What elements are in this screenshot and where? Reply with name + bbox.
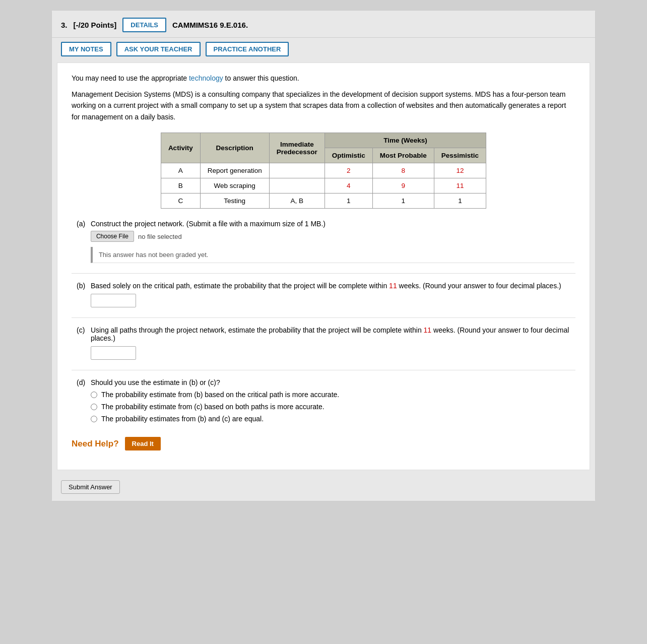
radio-option-2[interactable]: The probability estimate from (c) based … [91,403,574,411]
activity-col-header: Activity [161,133,200,163]
activity-a: A [161,163,200,178]
ask-teacher-button[interactable]: ASK YOUR TEACHER [116,42,201,56]
part-b-weeks: 11 [389,282,397,290]
pessimistic-col-header: Pessimistic [434,148,486,163]
part-d-letter: (d) [77,378,89,387]
part-a-letter: (a) [77,220,89,228]
question-code: CAMMIMS16 9.E.016. [172,21,248,29]
question-number: 3. [61,21,68,29]
most-probable-b: 9 [372,178,434,194]
time-weeks-header: Time (Weeks) [325,133,486,148]
part-d-section: (d) Should you use the estimate in (b) o… [72,378,575,427]
table-row: C Testing A, B 1 1 1 [161,194,486,209]
part-a-section: (a) Construct the project network. (Subm… [72,220,575,263]
radio-label-3: The probability estimates from (b) and (… [101,415,264,423]
pessimistic-c: 1 [434,194,486,209]
optimistic-c: 1 [325,194,372,209]
description-col-header: Description [200,133,269,163]
optimistic-b: 4 [325,178,372,194]
radio-input-2[interactable] [91,404,97,410]
radio-label-1: The probability estimate from (b) based … [101,391,339,399]
pessimistic-b: 11 [434,178,486,194]
need-help-row: Need Help? Read It [72,437,575,450]
practice-another-button[interactable]: PRACTICE ANOTHER [206,42,289,56]
part-c-input[interactable] [91,346,136,360]
part-b-letter: (b) [77,282,89,290]
table-row: B Web scraping 4 9 11 [161,178,486,194]
grading-note: This answer has not been graded yet. [91,247,574,263]
predecessor-a [269,163,325,178]
my-notes-button[interactable]: MY NOTES [61,42,111,56]
pessimistic-a: 12 [434,163,486,178]
most-probable-a: 8 [372,163,434,178]
activity-table: Activity Description ImmediatePredecesso… [161,133,486,209]
part-c-weeks: 11 [424,326,432,334]
part-b-input[interactable] [91,294,136,307]
part-d-radio-group: The probability estimate from (b) based … [91,391,574,423]
read-it-button[interactable]: Read It [125,437,161,450]
description-a: Report generation [200,163,269,178]
part-d-text: Should you use the estimate in (b) or (c… [91,378,220,387]
details-button[interactable]: DETAILS [122,18,166,32]
submit-row: Submit Answer [52,475,595,501]
activity-c: C [161,194,200,209]
predecessor-col-header: ImmediatePredecessor [269,133,325,163]
description-c: Testing [200,194,269,209]
part-c-letter: (c) [77,326,89,334]
part-b-text: Based solely on the critical path, estim… [91,282,561,290]
radio-option-3[interactable]: The probability estimates from (b) and (… [91,415,574,423]
file-status: no file selected [138,233,182,240]
intro-paragraph: You may need to use the appropriate tech… [72,73,575,84]
description-paragraph: Management Decision Systems (MDS) is a c… [72,89,575,122]
submit-answer-button[interactable]: Submit Answer [61,480,120,494]
need-help-label: Need Help? [72,439,119,449]
most-probable-c: 1 [372,194,434,209]
part-a-text: Construct the project network. (Submit a… [91,220,326,228]
most-probable-col-header: Most Probable [372,148,434,163]
activity-b: B [161,178,200,194]
radio-option-1[interactable]: The probability estimate from (b) based … [91,391,574,399]
activity-table-wrapper: Activity Description ImmediatePredecesso… [72,133,575,209]
optimistic-a: 2 [325,163,372,178]
technology-link[interactable]: technology [189,74,223,82]
part-c-section: (c) Using all paths through the project … [72,326,575,360]
table-row: A Report generation 2 8 12 [161,163,486,178]
radio-input-3[interactable] [91,416,97,422]
predecessor-b [269,178,325,194]
question-points: [-/20 Points] [74,21,117,29]
predecessor-c: A, B [269,194,325,209]
radio-label-2: The probability estimate from (c) based … [101,403,325,411]
part-b-section: (b) Based solely on the critical path, e… [72,282,575,307]
choose-file-button[interactable]: Choose File [91,231,134,242]
description-b: Web scraping [200,178,269,194]
radio-input-1[interactable] [91,392,97,398]
optimistic-col-header: Optimistic [325,148,372,163]
part-c-text: Using all paths through the project netw… [91,326,569,342]
